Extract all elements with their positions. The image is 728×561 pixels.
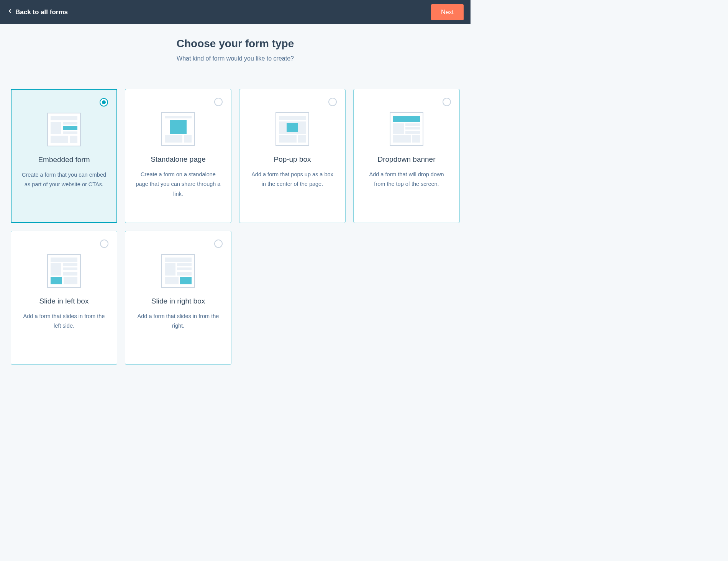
card-title: Pop-up box — [274, 155, 311, 164]
standalone-page-icon — [161, 112, 195, 146]
radio-button[interactable] — [214, 98, 223, 106]
card-popup-box[interactable]: Pop-up box Add a form that pops up as a … — [239, 89, 346, 223]
next-button[interactable]: Next — [431, 4, 464, 20]
dropdown-banner-icon — [390, 112, 423, 146]
radio-button[interactable] — [100, 239, 108, 248]
card-title: Dropdown banner — [377, 155, 435, 164]
card-embedded-form[interactable]: Embedded form Create a form that you can… — [11, 89, 117, 223]
page-title: Choose your form type — [11, 38, 460, 50]
card-desc: Add a form that will drop down from the … — [362, 170, 451, 189]
next-label: Next — [441, 9, 454, 15]
embedded-form-icon — [47, 113, 81, 146]
card-title: Slide in right box — [151, 297, 205, 305]
card-desc: Add a form that slides in from the left … — [20, 312, 108, 331]
header-bar: Back to all forms Next — [0, 0, 471, 24]
slide-left-icon — [47, 254, 81, 288]
card-slide-in-right[interactable]: Slide in right box Add a form that slide… — [125, 231, 231, 365]
card-title: Slide in left box — [39, 297, 89, 305]
radio-button[interactable] — [328, 98, 337, 106]
card-desc: Add a form that pops up as a box in the … — [248, 170, 337, 189]
card-title: Embedded form — [38, 156, 90, 164]
chevron-left-icon — [7, 8, 13, 16]
radio-button[interactable] — [443, 98, 451, 106]
radio-button[interactable] — [100, 98, 108, 107]
slide-right-icon — [161, 254, 195, 288]
card-slide-in-left[interactable]: Slide in left box Add a form that slides… — [11, 231, 117, 365]
radio-button[interactable] — [214, 239, 223, 248]
form-type-grid: Embedded form Create a form that you can… — [11, 89, 460, 365]
page-subtitle: What kind of form would you like to crea… — [11, 55, 460, 62]
card-standalone-page[interactable]: Standalone page Create a form on a stand… — [125, 89, 231, 223]
back-label: Back to all forms — [15, 8, 68, 16]
back-to-forms-link[interactable]: Back to all forms — [7, 8, 68, 16]
popup-box-icon — [275, 112, 309, 146]
card-desc: Create a form on a standalone page that … — [134, 170, 223, 199]
card-desc: Add a form that slides in from the right… — [134, 312, 223, 331]
card-dropdown-banner[interactable]: Dropdown banner Add a form that will dro… — [353, 89, 460, 223]
card-title: Standalone page — [151, 155, 206, 164]
card-desc: Create a form that you can embed as part… — [20, 170, 108, 190]
page-content: Choose your form type What kind of form … — [0, 24, 471, 380]
